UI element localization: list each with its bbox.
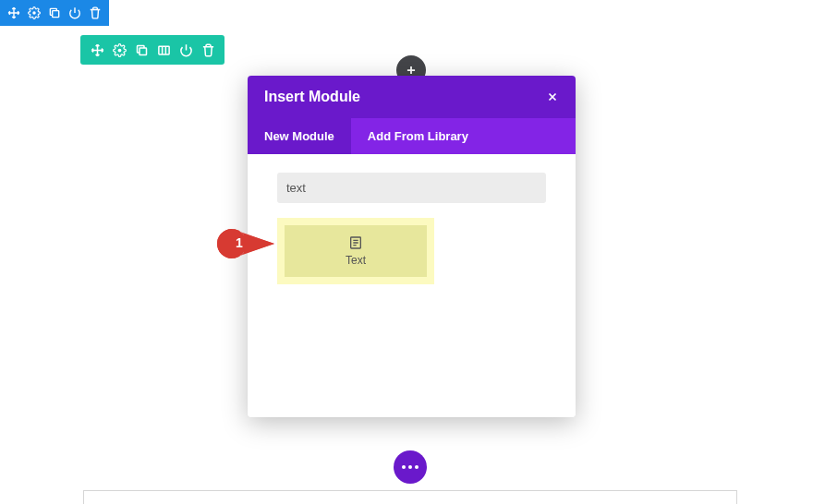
modal-tabs: New Module Add From Library: [248, 118, 576, 154]
modal-title: Insert Module: [264, 89, 360, 105]
tab-add-from-library[interactable]: Add From Library: [351, 118, 485, 154]
power-icon[interactable]: [65, 3, 85, 23]
trash-icon[interactable]: [197, 39, 219, 61]
power-icon[interactable]: [175, 39, 197, 61]
trash-icon[interactable]: [85, 3, 105, 23]
svg-point-4: [217, 229, 247, 258]
section-toolbar: [0, 0, 109, 26]
gear-icon[interactable]: [24, 3, 44, 23]
modal-body: Text: [248, 154, 576, 417]
module-highlight: Text: [277, 218, 434, 284]
dot-icon: [402, 465, 406, 469]
text-module-icon: [348, 235, 363, 250]
module-item-label: Text: [346, 254, 366, 267]
columns-icon[interactable]: [152, 39, 175, 61]
module-item-text[interactable]: Text: [285, 225, 427, 277]
gear-icon[interactable]: [108, 39, 130, 61]
duplicate-icon[interactable]: [130, 39, 152, 61]
duplicate-icon[interactable]: [44, 3, 65, 23]
dot-icon: [408, 465, 412, 469]
dot-icon: [415, 465, 419, 469]
move-icon[interactable]: [86, 39, 108, 61]
svg-rect-2: [158, 46, 168, 54]
svg-rect-0: [53, 11, 59, 18]
more-options-button[interactable]: [394, 450, 427, 484]
module-search-input[interactable]: [277, 173, 546, 203]
insert-module-modal: Insert Module New Module Add From Librar…: [248, 76, 576, 417]
empty-section: [83, 490, 737, 504]
close-icon[interactable]: [546, 90, 559, 103]
modal-header: Insert Module: [248, 76, 576, 118]
row-toolbar: [80, 35, 224, 65]
svg-rect-1: [140, 48, 147, 55]
callout-number: 1: [236, 235, 243, 250]
move-icon[interactable]: [4, 3, 24, 23]
tab-new-module[interactable]: New Module: [248, 118, 351, 154]
